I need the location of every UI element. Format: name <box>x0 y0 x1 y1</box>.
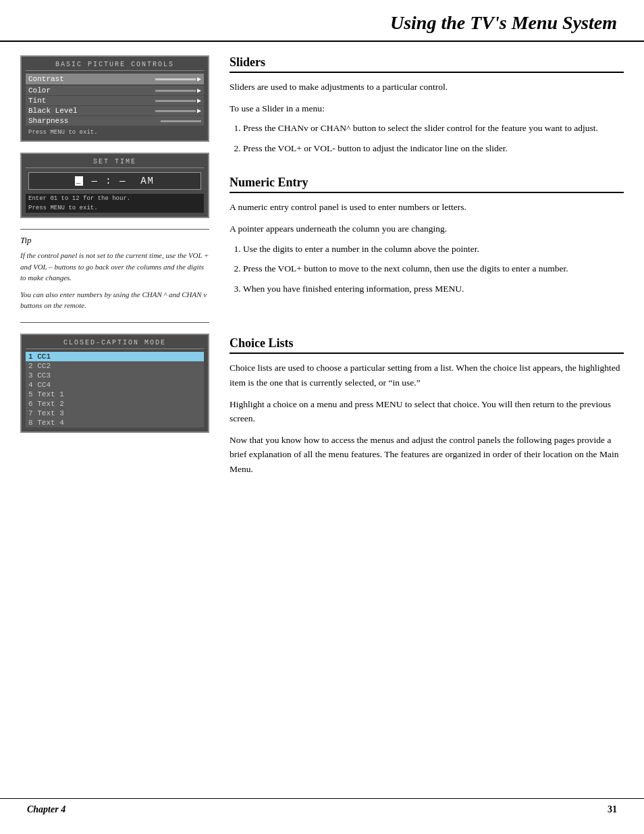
choice-lists-heading: Choice Lists <box>230 336 624 354</box>
sliders-steps: Press the CHANv or CHAN^ button to selec… <box>243 121 624 155</box>
slider-track-light <box>155 100 196 102</box>
numeric-entry-steps: Use the digits to enter a number in the … <box>243 242 624 296</box>
sliders-heading: Sliders <box>230 55 624 73</box>
time-hint1: Enter 01 to 12 for the hour. <box>26 194 204 203</box>
footer-chapter: Chapter 4 <box>27 804 65 815</box>
sliders-intro: Sliders are used to make adjustments to … <box>230 80 624 95</box>
slider-track-light <box>155 90 196 92</box>
cc-item-7: 7 Text 3 <box>26 409 204 418</box>
sliders-step-1: Press the CHANv or CHAN^ button to selec… <box>243 121 624 136</box>
time-separator: — : — AM <box>84 176 155 186</box>
footer-page-number: 31 <box>608 804 617 815</box>
bpc-contrast-row: Contrast ▶ <box>26 74 204 84</box>
sliders-section: Sliders Sliders are used to make adjustm… <box>230 55 624 155</box>
bpc-tint-slider: ▶ <box>155 97 201 105</box>
bpc-screen: BASIC PICTURE CONTROLS Contrast ▶ Color … <box>20 55 209 142</box>
page-header: Using the TV's Menu System <box>0 0 644 42</box>
right-column: Sliders Sliders are used to make adjustm… <box>223 55 624 497</box>
time-hint2: Press MENU to exit. <box>26 203 204 213</box>
sliders-sub-intro: To use a Slider in a menu: <box>230 101 624 116</box>
page-title: Using the TV's Menu System <box>27 12 617 34</box>
numeric-step-2: Press the VOL+ button to move to the nex… <box>243 261 624 276</box>
numeric-entry-intro: A numeric entry control panel is used to… <box>230 200 624 215</box>
cc-item-2: 2 CC2 <box>26 361 204 371</box>
set-time-title: SET TIME <box>26 158 204 168</box>
bpc-tint-row: Tint ▶ <box>26 96 204 105</box>
numeric-step-1: Use the digits to enter a number in the … <box>243 242 624 257</box>
numeric-step-3: When you have finished entering informat… <box>243 282 624 296</box>
cc-item-3: 3 CC3 <box>26 371 204 380</box>
bpc-blacklevel-label: Black Level <box>28 107 78 115</box>
time-cursor: _ <box>75 176 83 186</box>
cc-title: CLOSED-CAPTION MODE <box>26 339 204 349</box>
tip-para1: If the control panel is not set to the c… <box>20 250 209 284</box>
arrow-right-icon: ▶ <box>197 97 201 105</box>
slider-track-light <box>161 120 201 122</box>
page-footer: Chapter 4 31 <box>0 798 644 820</box>
choice-lists-section: Choice Lists Choice lists are used to ch… <box>230 336 624 476</box>
bpc-sharpness-label: Sharpness <box>28 117 68 125</box>
cc-screen: CLOSED-CAPTION MODE 1 CC1 2 CC2 3 CC3 4 … <box>20 334 209 433</box>
slider-track <box>155 78 196 80</box>
cc-item-4: 4 CC4 <box>26 380 204 390</box>
bpc-color-slider: ▶ <box>155 86 201 95</box>
set-time-screen: SET TIME _ — : — AM Enter 01 to 12 for t… <box>20 153 209 218</box>
choice-lists-para1: Choice lists are used to choose a partic… <box>230 361 624 390</box>
tip-para2: You can also enter numbers by using the … <box>20 289 209 311</box>
bpc-contrast-slider: ▶ <box>155 75 201 83</box>
bpc-color-label: Color <box>28 86 51 95</box>
choice-lists-para2: Highlight a choice on a menu and press M… <box>230 397 624 426</box>
arrow-right-icon: ▶ <box>197 86 201 95</box>
numeric-entry-sub-intro: A pointer appears underneath the column … <box>230 221 624 236</box>
time-display: _ — : — AM <box>28 172 201 190</box>
cc-item-1: 1 CC1 <box>26 352 204 361</box>
numeric-entry-heading: Numeric Entry <box>230 176 624 193</box>
slider-track-light <box>155 110 196 112</box>
bpc-tint-label: Tint <box>28 97 46 105</box>
bpc-contrast-label: Contrast <box>28 75 64 83</box>
cc-item-8: 8 Text 4 <box>26 418 204 427</box>
bpc-blacklevel-slider: ▶ <box>155 107 201 115</box>
sliders-step-2: Press the VOL+ or VOL- button to adjust … <box>243 141 624 156</box>
bpc-color-row: Color ▶ <box>26 86 204 95</box>
tip-section: Tip If the control panel is not set to t… <box>20 229 209 323</box>
arrow-right-icon: ▶ <box>197 75 201 83</box>
left-column: BASIC PICTURE CONTROLS Contrast ▶ Color … <box>20 55 209 497</box>
cc-item-5: 5 Text 1 <box>26 390 204 399</box>
cc-item-6: 6 Text 2 <box>26 399 204 409</box>
bpc-sharpness-row: Sharpness <box>26 116 204 126</box>
content-area: BASIC PICTURE CONTROLS Contrast ▶ Color … <box>0 42 644 511</box>
arrow-right-icon: ▶ <box>197 107 201 115</box>
bpc-sharpness-slider <box>161 120 201 122</box>
bpc-title: BASIC PICTURE CONTROLS <box>26 61 204 71</box>
numeric-entry-section: Numeric Entry A numeric entry control pa… <box>230 176 624 296</box>
choice-lists-para3: Now that you know how to access the menu… <box>230 433 624 477</box>
bpc-exit-text: Press MENU to exit. <box>26 128 204 136</box>
tip-title: Tip <box>20 235 209 246</box>
bpc-blacklevel-row: Black Level ▶ <box>26 106 204 115</box>
